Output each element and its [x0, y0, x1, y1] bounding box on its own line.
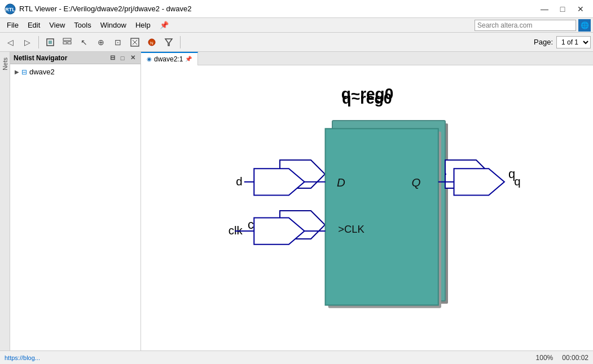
maximize-button[interactable]: □: [555, 3, 570, 15]
menubar: File Edit View Tools Window Help 📌 🌐: [0, 18, 593, 33]
diagram-overlay: q~reg0 D Q >CLK d: [141, 65, 593, 350]
hierarchy-button[interactable]: [59, 35, 75, 50]
clk-input-buffer: [254, 217, 304, 244]
page-label: Page:: [534, 38, 553, 46]
tree-item-label: dwave2: [29, 68, 55, 76]
netlist-button[interactable]: N: [144, 35, 160, 50]
tree-node-icon: ⊟: [21, 68, 27, 76]
window-title: RTL Viewer - E:/Verilog/dwave2/prj/dwave…: [19, 5, 537, 13]
d-input-buffer: [254, 168, 304, 195]
page-info: Page: 1 of 1: [534, 36, 591, 48]
q-label-ext: q: [514, 175, 520, 188]
diagram-container: ◉ dwave2:1 📌 q~reg0 D Q >CLK: [141, 52, 593, 350]
svg-marker-12: [165, 39, 172, 46]
svg-rect-3: [49, 41, 52, 44]
zoom-fit-button[interactable]: [127, 35, 143, 50]
pin-icon: 📌: [160, 21, 169, 29]
fit-button[interactable]: [42, 35, 58, 50]
svg-rect-5: [63, 42, 67, 44]
sidebar-icons: ⊟ □ ✕: [108, 54, 137, 63]
back-button[interactable]: ◁: [2, 35, 18, 50]
forward-button[interactable]: ▷: [19, 35, 35, 50]
svg-rect-4: [63, 38, 71, 41]
left-tab: Nets: [0, 52, 10, 350]
minimize-button[interactable]: —: [537, 3, 552, 15]
window-controls: — □ ✕: [537, 3, 588, 15]
svg-text:N: N: [150, 41, 153, 46]
sidebar-header: Netlist Navigator ⊟ □ ✕: [10, 52, 140, 64]
diagram-tabs: ◉ dwave2:1 📌: [141, 52, 593, 65]
reg-box: [326, 128, 438, 305]
tab-label: dwave2:1: [154, 55, 183, 63]
app-icon: RTL: [5, 3, 16, 15]
menu-window[interactable]: Window: [96, 20, 131, 30]
tab-icon: ◉: [147, 56, 152, 62]
main-area: Nets Netlist Navigator ⊟ □ ✕ ▶ ⊟ dwave2 …: [0, 52, 593, 350]
toolbar-separator-2: [180, 36, 181, 48]
sidebar-dock-icon[interactable]: ⊟: [108, 54, 117, 63]
rtl-diagram-main: q~reg0 D Q >CLK d: [141, 65, 593, 350]
tree-arrow: ▶: [15, 69, 19, 75]
time-display: 00:00:02: [562, 354, 588, 362]
menu-view[interactable]: View: [45, 20, 69, 30]
globe-button[interactable]: 🌐: [578, 19, 591, 32]
clk-label-ext: clk: [229, 224, 243, 237]
d-label-ext: d: [236, 175, 242, 188]
sidebar-title: Netlist Navigator: [14, 54, 106, 62]
toolbar-separator-1: [38, 36, 39, 48]
module-title: q~reg0: [342, 90, 392, 107]
status-right: 100% 00:00:02: [536, 354, 588, 362]
statusbar: https://blog... 100% 00:00:02: [0, 350, 593, 364]
svg-text:RTL: RTL: [5, 7, 15, 12]
titlebar: RTL RTL Viewer - E:/Verilog/dwave2/prj/d…: [0, 0, 593, 18]
search-input[interactable]: [475, 20, 576, 31]
search-area: 🌐: [475, 19, 591, 32]
sidebar-float-icon[interactable]: □: [118, 54, 127, 63]
cursor-button[interactable]: ↖: [76, 35, 92, 50]
zoom-level: 100%: [536, 354, 554, 362]
tab-pin-icon[interactable]: 📌: [185, 56, 192, 62]
page-select[interactable]: 1 of 1: [556, 36, 591, 48]
filter-button[interactable]: [161, 35, 177, 50]
zoom-area-button[interactable]: ⊡: [110, 35, 126, 50]
tree-item-dwave2[interactable]: ▶ ⊟ dwave2: [12, 66, 138, 77]
q-output-buffer: [454, 168, 504, 195]
zoom-in-button[interactable]: ⊕: [93, 35, 109, 50]
sidebar-close-icon[interactable]: ✕: [128, 54, 137, 63]
close-button[interactable]: ✕: [573, 3, 588, 15]
menu-edit[interactable]: Edit: [23, 20, 45, 30]
menu-file[interactable]: File: [2, 20, 23, 30]
sidebar-tree: ▶ ⊟ dwave2: [10, 64, 140, 79]
menu-tools[interactable]: Tools: [69, 20, 95, 30]
svg-rect-6: [68, 42, 71, 44]
menu-help[interactable]: Help: [131, 20, 155, 30]
diagram-scrollable[interactable]: q~reg0 D Q >CLK d: [141, 65, 593, 350]
D-label: D: [337, 176, 345, 189]
vtab-netlist[interactable]: Nets: [1, 54, 10, 74]
toolbar: ◁ ▷ ↖ ⊕ ⊡ N Page: 1 of 1: [0, 33, 593, 52]
CLK-label: >CLK: [338, 223, 364, 235]
diagram-tab-dwave2[interactable]: ◉ dwave2:1 📌: [141, 52, 198, 65]
status-url: https://blog...: [5, 354, 40, 361]
Q-label-inner: Q: [412, 176, 421, 189]
sidebar: Netlist Navigator ⊟ □ ✕ ▶ ⊟ dwave2: [10, 52, 141, 350]
